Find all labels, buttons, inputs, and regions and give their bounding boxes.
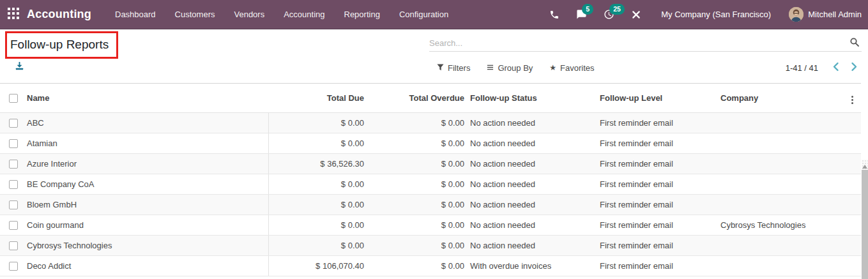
row-select-cell [0, 113, 27, 133]
main-menu: Dashboard Customers Vendors Accounting R… [105, 0, 458, 29]
cell-total-due: $ 0.00 [268, 236, 369, 256]
company-switcher[interactable]: My Company (San Francisco) [661, 10, 771, 19]
pager-range: 1-41 / 41 [786, 63, 818, 73]
row-checkbox[interactable] [9, 160, 18, 169]
user-menu[interactable]: Mitchell Admin [789, 7, 862, 22]
cell-total-due: $ 106,070.40 [268, 256, 369, 276]
menu-accounting[interactable]: Accounting [274, 0, 334, 29]
cell-company [719, 154, 843, 174]
cell-status: No action needed [468, 154, 598, 174]
row-select-cell [0, 154, 27, 174]
cell-level: First reminder email [598, 195, 719, 215]
filters-button[interactable]: Filters [437, 63, 470, 73]
table-row[interactable]: Deco Addict $ 106,070.40 $ 0.00 With ove… [0, 256, 861, 276]
menu-dashboard[interactable]: Dashboard [105, 0, 165, 29]
table-row[interactable]: Bloem GmbH $ 0.00 $ 0.00 No action neede… [0, 195, 861, 215]
activities-button[interactable]: 25 [595, 5, 623, 24]
column-header-total-overdue[interactable]: Total Overdue [369, 84, 468, 113]
cell-company [719, 174, 843, 195]
cell-options [843, 174, 861, 195]
column-header-status[interactable]: Follow-up Status [468, 84, 598, 113]
cell-options [843, 256, 861, 276]
group-by-button[interactable]: Group By [487, 63, 533, 73]
row-checkbox[interactable] [9, 221, 18, 230]
row-checkbox[interactable] [9, 200, 18, 209]
cell-total-overdue: $ 0.00 [369, 154, 468, 174]
row-select-cell [0, 236, 27, 256]
search-input[interactable] [429, 38, 848, 48]
scrollbar-thumb[interactable] [862, 170, 868, 279]
cell-total-due: $ 0.00 [268, 113, 369, 133]
group-by-icon [487, 63, 494, 73]
cell-level: First reminder email [598, 174, 719, 195]
cell-status: No action needed [468, 236, 598, 256]
menu-vendors[interactable]: Vendors [224, 0, 274, 29]
export-download-button[interactable] [15, 61, 24, 73]
table-row[interactable]: BE Company CoA $ 0.00 $ 0.00 No action n… [0, 174, 861, 195]
column-header-company[interactable]: Company [719, 84, 843, 113]
messages-badge: 5 [582, 4, 593, 15]
cell-status: No action needed [468, 174, 598, 195]
table-body: ABC $ 0.00 $ 0.00 No action needed First… [0, 113, 861, 276]
scrollbar-up-arrow[interactable] [862, 162, 868, 169]
pager: 1-41 / 41 [786, 59, 859, 76]
cell-options [843, 133, 861, 154]
menu-reporting[interactable]: Reporting [335, 0, 390, 29]
table-row[interactable]: Coin gourmand $ 0.00 $ 0.00 No action ne… [0, 215, 861, 236]
filter-funnel-icon [437, 63, 444, 73]
cell-level: First reminder email [598, 154, 719, 174]
list-view: Name Total Due Total Overdue Follow-up S… [0, 83, 868, 276]
user-name: Mitchell Admin [808, 10, 862, 19]
row-checkbox[interactable] [9, 119, 18, 128]
vertical-scrollbar[interactable] [862, 160, 868, 279]
voip-button[interactable] [541, 6, 568, 24]
table-row[interactable]: ABC $ 0.00 $ 0.00 No action needed First… [0, 113, 861, 133]
cell-name: Azure Interior [27, 154, 268, 174]
column-header-level[interactable]: Follow-up Level [598, 84, 719, 113]
select-all-checkbox[interactable] [9, 94, 18, 103]
table-row[interactable]: Azure Interior $ 36,526.30 $ 0.00 No act… [0, 154, 861, 174]
group-by-label: Group By [498, 63, 533, 73]
cell-name: Atamian [27, 133, 268, 154]
cell-name: BE Company CoA [27, 174, 268, 195]
cell-company [719, 236, 843, 256]
cell-options [843, 195, 861, 215]
search-button[interactable] [848, 36, 862, 50]
apps-menu-button[interactable]: Accounting [8, 8, 91, 21]
cell-options [843, 236, 861, 256]
column-options-cell [843, 84, 861, 113]
menu-configuration[interactable]: Configuration [390, 0, 458, 29]
optional-columns-icon[interactable] [848, 94, 857, 106]
star-icon: ★ [549, 64, 556, 72]
pager-next-button[interactable] [849, 61, 859, 75]
tools-icon [631, 10, 641, 20]
tools-button[interactable] [623, 6, 650, 24]
messages-button[interactable]: 5 [568, 5, 595, 24]
followup-table: Name Total Due Total Overdue Follow-up S… [0, 83, 861, 276]
menu-customers[interactable]: Customers [165, 0, 225, 29]
download-icon [15, 63, 24, 73]
table-row[interactable]: Cybrosys Technologies $ 0.00 $ 0.00 No a… [0, 236, 861, 256]
cell-name: Deco Addict [27, 256, 268, 276]
app-name: Accounting [27, 8, 91, 21]
cell-total-overdue: $ 0.00 [369, 195, 468, 215]
table-row[interactable]: Atamian $ 0.00 $ 0.00 No action needed F… [0, 133, 861, 154]
column-header-name[interactable]: Name [27, 84, 268, 113]
row-checkbox[interactable] [9, 180, 18, 189]
cell-total-overdue: $ 0.00 [369, 113, 468, 133]
pager-previous-button[interactable] [831, 61, 841, 75]
cell-level: First reminder email [598, 256, 719, 276]
cell-total-overdue: $ 0.00 [369, 256, 468, 276]
column-header-total-due[interactable]: Total Due [268, 84, 369, 113]
row-checkbox[interactable] [9, 241, 18, 250]
cell-company [719, 133, 843, 154]
phone-icon [549, 10, 560, 20]
cell-total-overdue: $ 0.00 [369, 133, 468, 154]
chevron-right-icon [851, 62, 858, 73]
cell-status: With overdue invoices [468, 256, 598, 276]
user-avatar [789, 7, 803, 22]
row-checkbox[interactable] [9, 262, 18, 271]
favorites-button[interactable]: ★ Favorites [549, 63, 594, 73]
cell-total-due: $ 0.00 [268, 174, 369, 195]
row-checkbox[interactable] [9, 139, 18, 148]
